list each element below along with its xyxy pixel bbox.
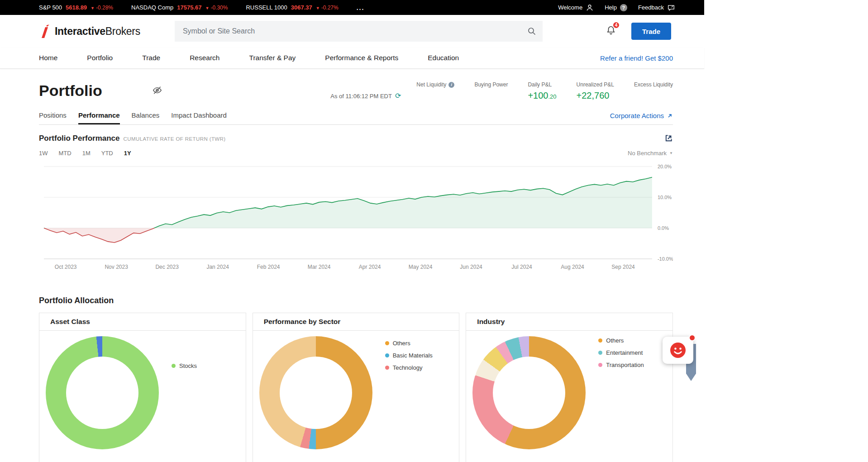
svg-text:Jul 2024: Jul 2024 [511, 264, 532, 270]
legend-label: Entertainment [606, 349, 643, 356]
performance-external-link-button[interactable] [665, 134, 673, 143]
search-input[interactable] [183, 27, 527, 35]
card-body: Others Entertainment Transportation [466, 331, 672, 449]
svg-text:Feb 2024: Feb 2024 [257, 264, 280, 270]
legend-label: Transportation [606, 362, 644, 368]
stat-value: +22,760 [577, 90, 614, 101]
feedback-bubble-icon [667, 4, 675, 12]
ticker-more-button[interactable]: ... [357, 4, 365, 11]
sector-donut-chart[interactable] [259, 336, 372, 449]
external-link-icon [665, 134, 673, 142]
down-arrow-icon: ▼ [316, 6, 320, 10]
tab-performance[interactable]: Performance [78, 107, 120, 124]
legend-dot [385, 341, 389, 345]
asset-class-donut-chart[interactable] [46, 336, 159, 449]
legend-item-basic-materials[interactable]: Basic Materials [385, 352, 433, 359]
legend-item-entertainment[interactable]: Entertainment [598, 349, 644, 356]
performance-by-sector-card: Performance by Sector Others Basic Mater… [253, 313, 460, 462]
industry-donut-chart[interactable] [472, 336, 586, 449]
nav-performance-reports[interactable]: Performance & Reports [325, 54, 398, 62]
portfolio-tabs: Positions Performance Balances Impact Da… [39, 107, 673, 125]
legend-label: Stocks [179, 362, 197, 369]
range-mtd[interactable]: MTD [59, 150, 72, 157]
legend-item-transportation[interactable]: Transportation [598, 362, 644, 368]
svg-text:Sep 2024: Sep 2024 [611, 264, 635, 270]
help-question-icon: ? [620, 4, 627, 11]
logo-part1: Interactive [55, 25, 105, 37]
ibkr-logo-text: InteractiveBrokers [55, 25, 140, 38]
refer-friend-link[interactable]: Refer a friend! Get $200 [600, 54, 673, 62]
legend-label: Basic Materials [393, 352, 433, 359]
range-1y[interactable]: 1Y [124, 150, 131, 157]
legend-item-others[interactable]: Others [598, 337, 644, 344]
stat-unrealized-pnl: Unrealized P&L +22,760 [577, 81, 614, 101]
stat-value-hidden [474, 90, 508, 101]
nav-research[interactable]: Research [190, 54, 219, 62]
legend-item-stocks[interactable]: Stocks [172, 362, 197, 369]
svg-text:Dec 2023: Dec 2023 [155, 264, 179, 270]
stat-excess-liquidity: Excess Liquidity [634, 81, 673, 101]
svg-text:Mar 2024: Mar 2024 [308, 264, 331, 270]
legend-dot [385, 366, 389, 370]
svg-text:-10.0%: -10.0% [658, 256, 673, 262]
svg-text:20.0%: 20.0% [658, 164, 672, 169]
ticker-value: 3067.37 [291, 4, 312, 11]
performance-header: Portfolio Performance CUMULATIVE RATE OF… [39, 134, 673, 143]
ticker-sp500[interactable]: S&P 500 5618.89 ▼-0.28% [39, 4, 113, 11]
eye-slash-icon [152, 85, 162, 95]
down-arrow-icon: ▼ [91, 6, 95, 10]
nav-home[interactable]: Home [39, 54, 57, 62]
performance-chart-container: 20.0%10.0%0.0%-10.0%Oct 2023Nov 2023Dec … [39, 161, 673, 275]
ticker-russell[interactable]: RUSSELL 1000 3067.37 ▼-0.27% [246, 4, 338, 11]
legend-label: Others [393, 340, 410, 347]
hide-values-eye-button[interactable] [152, 85, 162, 97]
portfolio-title-row: Portfolio As of 11:06:12 PM EDT ⟳ Net Li… [39, 81, 673, 101]
trade-button[interactable]: Trade [631, 23, 671, 40]
notifications-bell-button[interactable]: 4 [606, 25, 616, 38]
nav-transfer-pay[interactable]: Transfer & Pay [249, 54, 296, 62]
ticker-nasdaq[interactable]: NASDAQ Comp 17575.67 ▼-0.30% [131, 4, 228, 11]
corporate-actions-link[interactable]: Corporate Actions [610, 107, 673, 124]
donut-legend: Others Entertainment Transportation [598, 337, 644, 449]
ticker-change: ▼-0.28% [91, 5, 113, 11]
search-icon[interactable] [527, 27, 536, 36]
svg-text:Apr 2024: Apr 2024 [359, 264, 381, 270]
help-menu[interactable]: Help ? [605, 4, 627, 11]
stat-label: Buying Power [474, 81, 508, 88]
performance-subtitle: CUMULATIVE RATE OF RETURN (TWR) [124, 136, 226, 142]
welcome-label: Welcome [558, 4, 582, 11]
card-title: Asset Class [39, 313, 246, 331]
benchmark-dropdown[interactable]: No Benchmark ▼ [628, 150, 673, 157]
stat-value-hidden [416, 90, 454, 101]
nav-trade[interactable]: Trade [142, 54, 160, 62]
tab-positions[interactable]: Positions [39, 107, 67, 124]
feedback-menu[interactable]: Feedback [638, 4, 675, 12]
chat-open-button[interactable] [663, 337, 693, 364]
performance-chart[interactable]: 20.0%10.0%0.0%-10.0%Oct 2023Nov 2023Dec … [39, 161, 673, 275]
performance-title: Portfolio Performance [39, 134, 120, 143]
as-of-text: As of 11:06:12 PM EDT [330, 93, 392, 100]
range-1m[interactable]: 1M [82, 150, 91, 157]
svg-text:10.0%: 10.0% [658, 195, 672, 200]
logo-part2: Brokers [105, 25, 140, 37]
stat-daily-pnl: Daily P&L +100.20 [528, 81, 556, 101]
range-ytd[interactable]: YTD [101, 150, 113, 157]
legend-dot [598, 338, 602, 343]
stat-label: Unrealized P&L [577, 81, 614, 88]
refresh-icon[interactable]: ⟳ [395, 92, 401, 100]
user-icon [586, 4, 594, 12]
tab-impact-dashboard[interactable]: Impact Dashboard [171, 107, 227, 124]
ibkr-logo[interactable]: InteractiveBrokers [39, 24, 140, 38]
legend-dot [385, 353, 389, 357]
legend-item-others[interactable]: Others [385, 340, 433, 347]
nav-portfolio[interactable]: Portfolio [87, 54, 113, 62]
help-label: Help [605, 4, 617, 11]
legend-item-technology[interactable]: Technology [385, 364, 433, 371]
range-1w[interactable]: 1W [39, 150, 48, 157]
info-icon[interactable]: i [448, 82, 454, 88]
svg-text:May 2024: May 2024 [409, 264, 433, 270]
welcome-menu[interactable]: Welcome [558, 4, 594, 12]
ticker-change: ▼-0.30% [205, 5, 228, 11]
tab-balances[interactable]: Balances [132, 107, 160, 124]
nav-education[interactable]: Education [428, 54, 459, 62]
